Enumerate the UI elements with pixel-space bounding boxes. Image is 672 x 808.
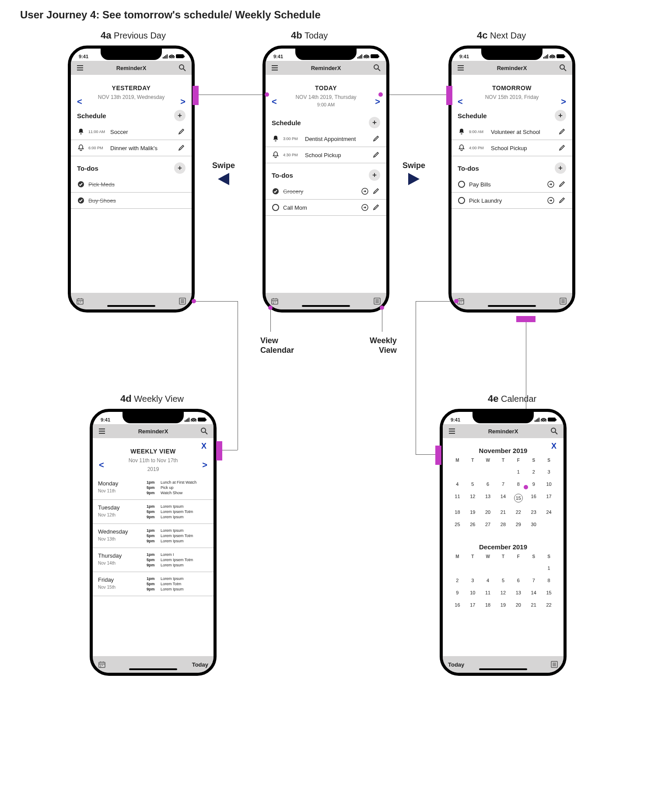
schedule-row[interactable]: 9:00 AM Volunteer at School [452,124,572,140]
calendar-day[interactable]: 9 [526,479,541,489]
add-schedule-button[interactable]: + [174,110,186,121]
calendar-day[interactable]: 5 [496,576,511,585]
add-todo-button[interactable]: + [174,162,186,174]
calendar-day[interactable]: 23 [526,507,541,517]
calendar-day[interactable]: 22 [511,507,526,517]
nav-next[interactable]: > [561,97,566,107]
calendar-day[interactable]: 13 [480,492,496,505]
nav-prev[interactable]: < [77,97,82,107]
today-button[interactable]: Today [192,661,208,668]
calendar-day[interactable]: 22 [541,600,556,610]
calendar-day[interactable]: 16 [450,600,465,610]
calendar-day[interactable]: 18 [480,600,496,610]
list-button[interactable] [373,297,381,305]
search-button[interactable] [550,427,558,435]
edit-button[interactable] [372,187,380,195]
schedule-row[interactable]: 4:30 PM School Pickup [266,147,386,163]
calendar-day[interactable]: 26 [465,520,480,529]
calendar-day[interactable]: 2 [526,467,541,477]
calendar-day[interactable]: 18 [450,507,465,517]
nav-prev[interactable]: < [99,460,104,470]
add-schedule-button[interactable]: + [369,117,380,128]
calendar-day[interactable]: 10 [541,479,556,489]
menu-button[interactable] [98,427,106,435]
edit-button[interactable] [558,128,566,136]
search-button[interactable] [200,427,208,435]
calendar-day[interactable]: 7 [526,576,541,585]
cal-button[interactable] [271,297,279,305]
calendar-day[interactable]: 4 [450,479,465,489]
calendar-day[interactable]: 14 [526,588,541,597]
menu-button[interactable] [271,64,279,72]
calendar-day[interactable]: 20 [511,600,526,610]
goto-button[interactable] [547,180,555,188]
calendar-day[interactable]: 6 [511,576,526,585]
add-todo-button[interactable]: + [555,162,566,174]
calendar-day[interactable]: 19 [465,507,480,517]
calendar-day[interactable]: 29 [511,520,526,529]
nav-next[interactable]: > [180,97,186,107]
menu-button[interactable] [448,427,456,435]
search-button[interactable] [178,64,186,72]
menu-button[interactable] [457,64,465,72]
schedule-row[interactable]: 4:00 PM School Pickup [452,140,572,156]
cal-button[interactable] [98,660,106,668]
calendar-day[interactable]: 12 [496,588,511,597]
nav-next[interactable]: > [202,460,207,470]
cal-button[interactable] [76,297,84,305]
calendar-day[interactable]: 14 [496,492,511,505]
calendar-day[interactable]: 25 [450,520,465,529]
weekly-day-row[interactable]: MondayNov 11th 1pmLunch at First Watch5p… [93,476,214,500]
menu-button[interactable] [76,64,84,72]
calendar-day[interactable]: 28 [496,520,511,529]
calendar-day[interactable]: 5 [465,479,480,489]
calendar-day[interactable]: 17 [465,600,480,610]
todo-row[interactable]: Buy Shoes [71,193,192,209]
calendar-day[interactable]: 2 [450,576,465,585]
search-button[interactable] [373,64,381,72]
calendar-day[interactable]: 13 [511,588,526,597]
weekly-day-row[interactable]: WednesdayNov 13th 1pmLorem Ipsum5pmLorem… [93,524,214,548]
weekly-day-row[interactable]: ThursdayNov 14th 1pmLorem I5pmLorem Ipse… [93,548,214,572]
edit-button[interactable] [558,180,566,188]
schedule-row[interactable]: 3:00 PM Dentist Appointment [266,131,386,147]
calendar-day[interactable]: 11 [480,588,496,597]
goto-button[interactable] [361,187,369,195]
nav-prev[interactable]: < [458,97,463,107]
today-button[interactable]: Today [448,661,464,668]
calendar-day[interactable]: 24 [541,507,556,517]
edit-button[interactable] [372,151,380,159]
calendar-day[interactable]: 20 [480,507,496,517]
calendar-day[interactable]: 17 [541,492,556,505]
list-button[interactable] [559,297,567,305]
weekly-day-row[interactable]: FridayNov 15th 1pmLorem Ipsum5pmLorem To… [93,572,214,596]
calendar-day[interactable]: 1 [541,563,556,573]
calendar-day[interactable]: 7 [496,479,511,489]
calendar-day[interactable]: 30 [526,520,541,529]
add-schedule-button[interactable]: + [555,110,566,121]
edit-button[interactable] [372,204,380,211]
close-button[interactable]: X [551,442,556,451]
edit-button[interactable] [558,144,566,152]
todo-row[interactable]: Pick Laundry [452,193,572,209]
calendar-day[interactable]: 4 [480,576,496,585]
schedule-row[interactable]: 11:00 AM Soccer [71,124,192,140]
edit-button[interactable] [178,144,186,152]
weekly-day-row[interactable]: TuesdayNov 12th 1pmLorem Ipsum5pmLorem I… [93,500,214,524]
add-todo-button[interactable]: + [369,169,380,181]
calendar-day[interactable]: 10 [465,588,480,597]
edit-button[interactable] [372,135,380,143]
calendar-day[interactable]: 16 [526,492,541,505]
calendar-day[interactable]: 6 [480,479,496,489]
goto-button[interactable] [547,197,555,204]
calendar-day[interactable]: 15 [511,492,526,505]
nav-next[interactable]: > [375,97,380,107]
calendar-day[interactable]: 11 [450,492,465,505]
todo-row[interactable]: Pick Meds [71,176,192,193]
edit-button[interactable] [558,197,566,204]
list-button[interactable] [550,660,558,668]
todo-row[interactable]: Call Mom [266,200,386,216]
todo-row[interactable]: Grocery [266,183,386,200]
calendar-day[interactable]: 19 [496,600,511,610]
calendar-day[interactable]: 21 [496,507,511,517]
